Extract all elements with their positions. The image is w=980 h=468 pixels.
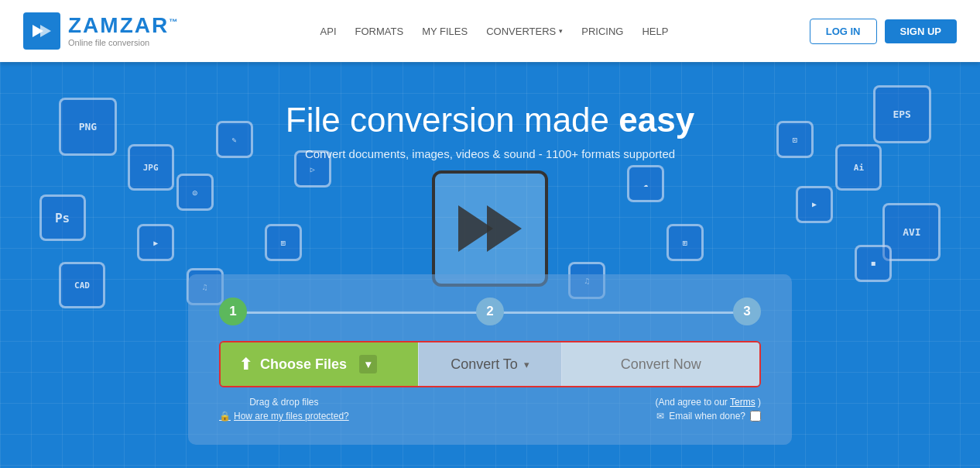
step-1: 1 xyxy=(219,298,247,325)
email-label: Email when done? xyxy=(669,411,745,422)
play-arrows xyxy=(458,205,522,252)
login-button[interactable]: LOG IN xyxy=(810,19,877,44)
float-icon-avi: AVI xyxy=(882,203,941,261)
choose-files-button[interactable]: ⬆ Choose Files ▾ xyxy=(221,342,418,386)
protected-link[interactable]: 🔒 How are my files protected? xyxy=(219,411,349,422)
nav-converters[interactable]: CONVERTERS ▾ xyxy=(486,26,563,37)
email-row: ✉ Email when done? xyxy=(656,411,761,422)
action-row: ⬆ Choose Files ▾ Convert To ▾ Convert No… xyxy=(219,341,761,387)
drag-drop-text: Drag & drop files xyxy=(249,397,318,408)
conversion-panel: 1 2 3 ⬆ Choose Files ▾ Convert To ▾ Conv… xyxy=(188,274,792,445)
float-icon-misc6: ⊞ xyxy=(265,224,302,261)
float-icon-jpg: JPG xyxy=(128,144,174,191)
brand-name: ZAMZAR™ xyxy=(68,15,179,36)
float-icon-misc7: ◼ xyxy=(855,245,892,282)
nav-my-files[interactable]: MY FILES xyxy=(422,26,468,37)
nav-help[interactable]: HELP xyxy=(642,26,668,37)
play-icon-container xyxy=(432,170,548,287)
steps-row: 1 2 3 xyxy=(219,298,761,325)
hero-subtitle: Convert documents, images, videos & soun… xyxy=(305,147,675,160)
step-2: 2 xyxy=(476,298,504,325)
footer-right: (And agree to our Terms ) ✉ Email when d… xyxy=(655,397,761,422)
header: ZAMZAR™ Online file conversion API FORMA… xyxy=(0,0,980,62)
float-icon-png: PNG xyxy=(59,98,117,156)
float-icon-ai: Ai xyxy=(835,144,882,191)
footer-left: Drag & drop files 🔒 How are my files pro… xyxy=(219,397,349,422)
step-3: 3 xyxy=(733,298,761,325)
terms-link[interactable]: Terms xyxy=(730,397,756,408)
nav-formats[interactable]: FORMATS xyxy=(355,26,404,37)
nav-buttons: LOG IN SIGN UP xyxy=(810,19,957,44)
email-icon: ✉ xyxy=(656,411,664,422)
float-icon-ps: Ps xyxy=(39,194,86,241)
choose-files-label: Choose Files xyxy=(260,356,347,373)
converters-dropdown-arrow: ▾ xyxy=(559,27,563,35)
panel-footer: Drag & drop files 🔒 How are my files pro… xyxy=(219,397,761,422)
float-icon-misc9: ▶ xyxy=(796,186,833,223)
float-icon-cad: CAD xyxy=(59,262,105,308)
hero-title: File conversion made easy xyxy=(286,101,694,139)
hero-section: PNG JPG Ps CAD ▶ ✎ ◎ ♫ ▷ ⊞ EPS Ai AVI ◼ … xyxy=(0,62,980,468)
float-icon-misc3: ◎ xyxy=(176,174,214,211)
float-icon-misc2: ✎ xyxy=(216,121,253,158)
convert-now-button[interactable]: Convert Now xyxy=(562,342,759,386)
convert-to-label: Convert To xyxy=(451,356,518,373)
logo-area: ZAMZAR™ Online file conversion xyxy=(23,12,179,50)
logo-text: ZAMZAR™ Online file conversion xyxy=(68,15,179,47)
email-checkbox[interactable] xyxy=(750,411,761,422)
play-box xyxy=(432,170,548,287)
arrow2 xyxy=(487,205,522,252)
signup-button[interactable]: SIGN UP xyxy=(885,19,957,43)
float-icon-misc11: ⊞ xyxy=(666,224,704,261)
choose-files-dropdown-arrow[interactable]: ▾ xyxy=(359,355,377,373)
terms-text: (And agree to our Terms ) xyxy=(655,397,761,408)
logo-icon xyxy=(23,12,60,50)
nav-links: API FORMATS MY FILES CONVERTERS ▾ PRICIN… xyxy=(320,26,669,37)
lock-icon: 🔒 xyxy=(219,411,231,422)
nav-api[interactable]: API xyxy=(320,26,337,37)
convert-to-wrapper[interactable]: Convert To ▾ xyxy=(418,342,563,386)
float-icon-misc10: ☁ xyxy=(627,165,664,202)
upload-icon: ⬆ xyxy=(239,355,252,373)
convert-to-chevron: ▾ xyxy=(524,359,529,370)
float-icon-misc1: ▶ xyxy=(137,224,174,261)
float-icon-misc8: ⊡ xyxy=(776,121,814,158)
brand-tagline: Online file conversion xyxy=(68,38,179,47)
float-icon-eps: EPS xyxy=(873,85,931,143)
svg-marker-1 xyxy=(40,25,51,37)
nav-pricing[interactable]: PRICING xyxy=(581,26,623,37)
